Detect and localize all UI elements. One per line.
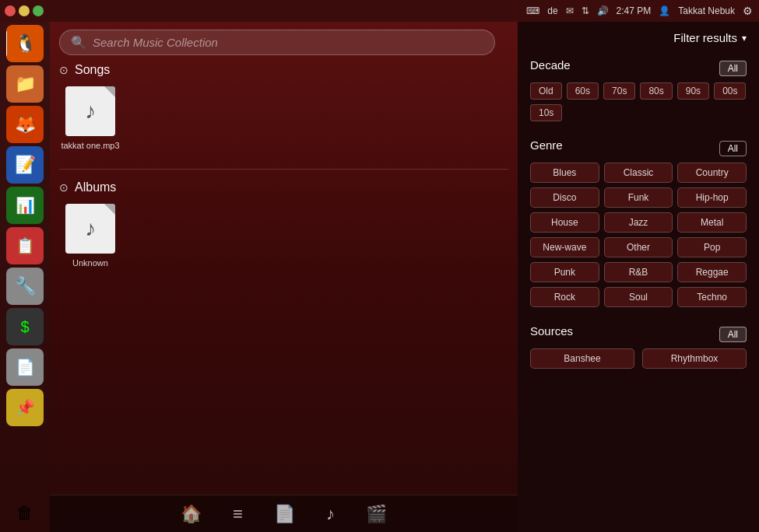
filter-header: Filter results ▾ [530, 31, 747, 44]
genre-pop[interactable]: Pop [677, 237, 747, 257]
network-icon[interactable]: ⇅ [582, 5, 589, 16]
genre-newwave[interactable]: New-wave [530, 237, 599, 257]
topbar: ⌨ de ✉ ⇅ 🔊 2:47 PM 👤 Takkat Nebuk ⚙ [0, 0, 759, 22]
sources-title: Sources [530, 324, 573, 338]
decade-60s[interactable]: 60s [567, 82, 599, 100]
sidebar-item-writer[interactable]: 📝 [6, 146, 44, 184]
songs-title: Songs [75, 63, 110, 77]
song-label-1: takkat one.mp3 [61, 141, 119, 150]
decade-old[interactable]: Old [530, 82, 562, 100]
results-area: ⊙ Songs takkat one.mp3 ⊙ Albums [50, 63, 518, 495]
sidebar-item-config[interactable]: 🔧 [6, 268, 44, 305]
sources-header-row: Sources All [530, 324, 747, 344]
window-controls [0, 0, 44, 22]
sidebar-item-files[interactable]: 📁 [6, 65, 44, 103]
user-icon: 👤 [659, 5, 670, 16]
sidebar-item-calc[interactable]: 📊 [6, 187, 44, 224]
bottom-bar: 🏠 ≡ 📄 ♪ 🎬 [50, 495, 518, 532]
sidebar-item-notes[interactable]: 📄 [6, 348, 44, 386]
search-input-wrap[interactable]: 🔍 [59, 30, 495, 55]
main-layout: 🐧 📁 🦊 📝 📊 📋 🔧 $ 📄 📌 🗑 [0, 22, 759, 532]
songs-icon: ⊙ [59, 64, 69, 76]
minimize-button[interactable] [19, 5, 30, 16]
song-item-1[interactable]: takkat one.mp3 [59, 86, 121, 150]
decade-header-row: Decade All [530, 58, 747, 78]
sidebar-item-sticky[interactable]: 📌 [6, 389, 44, 426]
sidebar-item-impress[interactable]: 📋 [6, 227, 44, 264]
menu-icon[interactable]: ≡ [233, 504, 243, 524]
albums-section-header: ⊙ Albums [59, 180, 508, 194]
decade-title: Decade [530, 58, 571, 72]
albums-icon: ⊙ [59, 181, 69, 194]
filter-title: Filter results [673, 31, 737, 44]
sidebar: 🐧 📁 🦊 📝 📊 📋 🔧 $ 📄 📌 🗑 [0, 22, 50, 532]
decade-10s[interactable]: 10s [530, 104, 562, 121]
genre-reggae[interactable]: Reggae [677, 262, 747, 282]
genre-all-button[interactable]: All [719, 141, 747, 156]
genre-hiphop[interactable]: Hip-hop [677, 187, 747, 208]
sidebar-item-firefox[interactable]: 🦊 [6, 106, 44, 143]
search-icon: 🔍 [71, 35, 86, 50]
song-icon-1 [65, 86, 115, 136]
keyboard-icon[interactable]: ⌨ [526, 5, 539, 16]
songs-grid: takkat one.mp3 [59, 86, 508, 150]
album-icon-1 [65, 204, 115, 254]
genre-country[interactable]: Country [677, 163, 747, 183]
decade-90s[interactable]: 90s [677, 82, 709, 100]
sources-buttons: Banshee Rhythmbox [530, 348, 747, 369]
genre-header-row: Genre All [530, 138, 747, 158]
decade-buttons: Old 60s 70s 80s 90s 00s 10s [530, 82, 747, 121]
keyboard-layout[interactable]: de [547, 5, 557, 16]
genre-other[interactable]: Other [604, 237, 673, 257]
search-bar: 🔍 [50, 22, 518, 63]
sidebar-item-trash[interactable]: 🗑 [6, 495, 44, 532]
decade-70s[interactable]: 70s [603, 82, 635, 100]
genre-disco[interactable]: Disco [530, 187, 599, 208]
genre-techno[interactable]: Techno [677, 287, 747, 307]
genre-punk[interactable]: Punk [530, 262, 599, 282]
genre-classic[interactable]: Classic [604, 163, 673, 183]
home-icon[interactable]: 🏠 [181, 504, 202, 524]
search-input[interactable] [93, 36, 483, 49]
albums-grid: Unknown [59, 204, 508, 268]
filter-panel: Filter results ▾ Decade All Old 60s 70s … [518, 22, 759, 532]
source-banshee[interactable]: Banshee [530, 348, 634, 369]
close-button[interactable] [5, 5, 16, 16]
genre-blues[interactable]: Blues [530, 163, 599, 183]
decade-00s[interactable]: 00s [714, 82, 746, 100]
volume-icon[interactable]: 🔊 [597, 5, 609, 16]
content-area: 🔍 ⊙ Songs takkat one.mp3 [50, 22, 518, 532]
username[interactable]: Takkat Nebuk [678, 5, 735, 16]
genre-soul[interactable]: Soul [604, 287, 673, 307]
source-rhythmbox[interactable]: Rhythmbox [642, 348, 747, 369]
album-label-1: Unknown [72, 258, 108, 268]
doc-icon[interactable]: 📄 [274, 504, 295, 524]
genre-house[interactable]: House [530, 212, 599, 233]
decade-80s[interactable]: 80s [640, 82, 672, 100]
section-divider [59, 169, 508, 170]
album-item-1[interactable]: Unknown [59, 204, 121, 268]
genre-jazz[interactable]: Jazz [604, 212, 673, 233]
sources-section: Sources All Banshee Rhythmbox [530, 324, 747, 369]
decade-all-button[interactable]: All [719, 61, 747, 76]
genre-section: Genre All Blues Classic Country Disco Fu… [530, 138, 747, 310]
genre-funk[interactable]: Funk [604, 187, 673, 208]
sources-all-button[interactable]: All [719, 327, 747, 342]
settings-icon[interactable]: ⚙ [743, 5, 753, 17]
albums-title: Albums [75, 180, 116, 194]
maximize-button[interactable] [33, 5, 44, 16]
clock: 2:47 PM [617, 5, 652, 16]
genre-title: Genre [530, 138, 563, 152]
genre-metal[interactable]: Metal [677, 212, 747, 233]
genre-grid: Blues Classic Country Disco Funk Hip-hop… [530, 163, 747, 307]
filter-chevron[interactable]: ▾ [742, 33, 747, 44]
sidebar-item-ubuntu[interactable]: 🐧 [6, 25, 44, 62]
genre-randb[interactable]: R&B [604, 262, 673, 282]
decade-section: Decade All Old 60s 70s 80s 90s 00s 10s [530, 58, 747, 124]
genre-rock[interactable]: Rock [530, 287, 599, 307]
songs-section-header: ⊙ Songs [59, 63, 508, 77]
music-icon[interactable]: ♪ [326, 504, 335, 524]
sidebar-item-terminal[interactable]: $ [6, 308, 44, 345]
video-icon[interactable]: 🎬 [366, 504, 387, 524]
mail-icon[interactable]: ✉ [566, 5, 574, 16]
